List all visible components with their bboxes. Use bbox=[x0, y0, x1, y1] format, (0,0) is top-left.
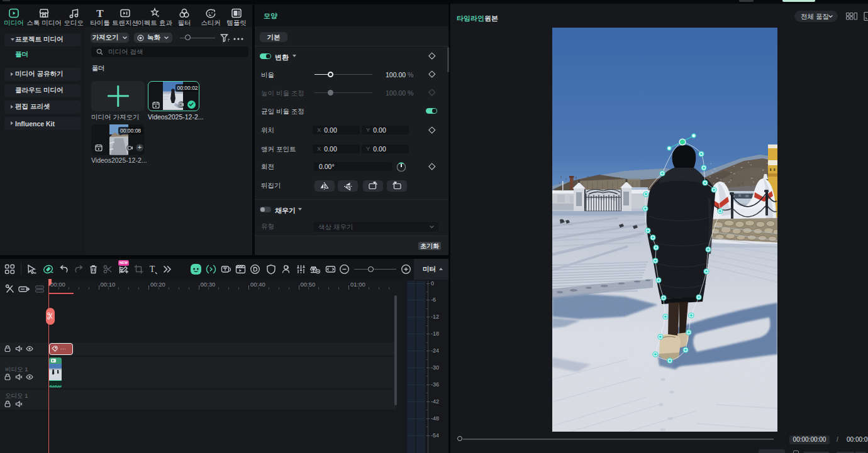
svg-text:T: T bbox=[96, 8, 104, 19]
svg-text:T: T bbox=[150, 265, 155, 274]
